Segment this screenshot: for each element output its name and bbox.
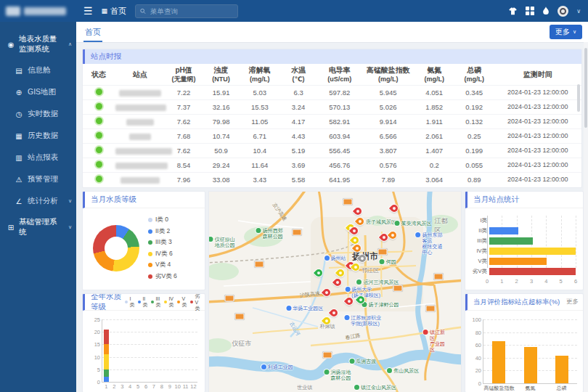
flame-icon[interactable] xyxy=(542,7,550,15)
chevron-down-icon: ∨ xyxy=(573,29,576,35)
road-shield-icon xyxy=(378,249,388,256)
map-poi-label: 镇江新区 产业园区 xyxy=(423,330,449,353)
station-marker-gray[interactable] xyxy=(359,255,366,262)
legend-label: I类 xyxy=(129,296,134,309)
app-logo xyxy=(0,0,76,22)
exceed-more-link[interactable]: 更多 xyxy=(566,298,583,306)
search-input[interactable] xyxy=(149,7,233,16)
value-cell: 0.25 xyxy=(454,128,494,143)
sidebar-group[interactable]: ⊞基础管理系统∨ xyxy=(0,212,76,242)
x-tick-label: 总磷 xyxy=(557,385,567,392)
map-poi-label: 华扬工业园区 xyxy=(286,306,323,311)
value-cell: 0.055 xyxy=(454,158,494,172)
value-cell: 456.76 xyxy=(317,158,362,172)
value-cell: 3.807 xyxy=(362,143,415,158)
value-cell: 15.53 xyxy=(240,99,279,114)
y-tick-label: 0 xyxy=(478,380,481,387)
map-poi-label: 茱萸湾风景区 xyxy=(395,221,432,226)
page-scrollbar-thumb[interactable] xyxy=(584,48,587,128)
value-cell: 79.98 xyxy=(203,114,240,128)
station-marker-green[interactable] xyxy=(357,296,364,303)
station-marker-yellow[interactable] xyxy=(352,264,359,271)
poi-icon-blue xyxy=(416,232,421,237)
station-marker-green[interactable] xyxy=(315,269,322,277)
station-marker-orange[interactable] xyxy=(354,245,361,252)
station-marker-yellow[interactable] xyxy=(337,269,344,277)
hbar-category-label: II类 xyxy=(468,227,489,234)
poi-icon-blue xyxy=(286,306,291,311)
map-poi-label: 扬州东部客运 枢纽交通中心 xyxy=(416,232,446,256)
legend-item: I类 xyxy=(125,293,134,312)
y-tick-label: 100 xyxy=(472,317,481,323)
x-tick-label: 5 xyxy=(136,383,139,390)
road-shield-icon xyxy=(393,285,403,292)
station-marker-red[interactable] xyxy=(354,208,362,215)
grid-icon: ▦ xyxy=(102,7,108,15)
avatar[interactable] xyxy=(558,6,568,17)
value-cell: 5.19 xyxy=(279,143,317,158)
nav-home[interactable]: ▦ 首页 xyxy=(102,6,127,17)
sidebar-group[interactable]: ◉地表水质量监测系统∧ xyxy=(0,29,76,60)
status-cell xyxy=(83,85,115,99)
page-scrollbar[interactable] xyxy=(584,42,588,392)
table-header-row: 状态站点pH值(无量纲)浊度(NTU)溶解氧(mg/L)水温(℃)电导率(uS/… xyxy=(83,64,581,85)
station-marker-red[interactable] xyxy=(334,279,341,286)
gridline xyxy=(483,319,577,320)
legend-dot xyxy=(148,240,152,245)
legend-dot xyxy=(190,301,193,303)
station-marker-red[interactable] xyxy=(323,289,330,296)
sidebar-item[interactable]: ⚠预警管理 xyxy=(0,168,76,190)
hbar-bar xyxy=(489,237,533,245)
status-dot-normal xyxy=(96,147,102,153)
legend-dot xyxy=(148,252,152,256)
legend-item: V类 4 xyxy=(148,261,177,269)
value-cell: 9.914 xyxy=(362,114,415,128)
more-button[interactable]: 更多 ∨ xyxy=(550,25,582,39)
value-cell: 556.45 xyxy=(317,143,362,158)
annual-grade-legend: I类II类III类IV类V类劣V类 xyxy=(125,293,205,312)
station-marker-red[interactable] xyxy=(391,205,398,212)
gridline xyxy=(487,216,488,268)
sidebar-item[interactable]: ▤信息舱 xyxy=(0,60,76,81)
hamburger-icon[interactable]: ☰ xyxy=(83,6,93,16)
sidebar-item[interactable]: ▥站点报表 xyxy=(0,147,76,168)
theme-shirt-icon[interactable] xyxy=(508,7,518,15)
tab-home[interactable]: 首页 xyxy=(82,22,104,42)
station-marker-red[interactable] xyxy=(330,309,338,317)
station-marker-red[interactable] xyxy=(351,227,358,234)
station-marker-orange[interactable] xyxy=(389,232,396,239)
y-tick-label: 40 xyxy=(475,354,481,361)
value-cell: 0.132 xyxy=(454,114,494,128)
value-cell: 3.43 xyxy=(240,172,279,187)
value-cell: 603.94 xyxy=(317,128,362,143)
annual-grade-card: 全年水质等级 I类II类III类IV类V类劣V类 051015202512345… xyxy=(82,293,205,392)
monitor-time-cell: 2024-01-23 12:00:00 xyxy=(494,114,581,128)
table-body: 7.2215.915.036.3597.825.9454.0510.345202… xyxy=(83,85,581,187)
station-marker-orange[interactable] xyxy=(356,218,364,225)
legend-label: 劣V类 6 xyxy=(155,272,177,281)
map-panel[interactable]: 扬州市邗江区江都区仪征市朴席镇世业镇沪陕高速京沪高速春江路古运河扬州西郊 森林公… xyxy=(208,191,462,392)
nav-home-label: 首页 xyxy=(110,6,126,17)
sidebar-item[interactable]: ∠统计分析∨ xyxy=(0,190,76,212)
legend-item: V类 xyxy=(177,293,187,312)
station-marker-red[interactable] xyxy=(346,298,353,305)
column-header: pH值(无量纲) xyxy=(165,64,203,85)
sidebar-item[interactable]: ▦历史数据 xyxy=(0,125,76,147)
station-marker-yellow[interactable] xyxy=(323,317,330,324)
map-poi-label: 唐子城风景区 xyxy=(359,219,396,225)
sidebar-item[interactable]: ⊕GIS地图 xyxy=(0,81,76,103)
station-marker-yellow[interactable] xyxy=(351,237,359,244)
value-cell: 8.54 xyxy=(165,158,203,172)
sidebar-item[interactable]: ◷实时数据 xyxy=(0,103,76,125)
map-poi-label: 扬州西郊 森林公园 xyxy=(256,228,283,240)
content: 站点时报 状态站点pH值(无量纲)浊度(NTU)溶解氧(mg/L)水温(℃)电导… xyxy=(76,43,588,392)
map-poi-label: 瓜洲古渡 xyxy=(349,358,376,364)
value-cell: 10.4 xyxy=(240,143,279,158)
chevron-down-icon[interactable]: ∨ xyxy=(576,8,581,15)
monitor-time-cell: 2024-01-23 12:00:00 xyxy=(494,143,581,158)
table-scrollbar[interactable] xyxy=(577,84,580,112)
menu-search[interactable] xyxy=(135,4,238,18)
layout-icon[interactable] xyxy=(526,7,534,15)
hbar-row: V类 xyxy=(468,256,576,266)
column-header: 电导率(uS/cm) xyxy=(317,64,362,85)
